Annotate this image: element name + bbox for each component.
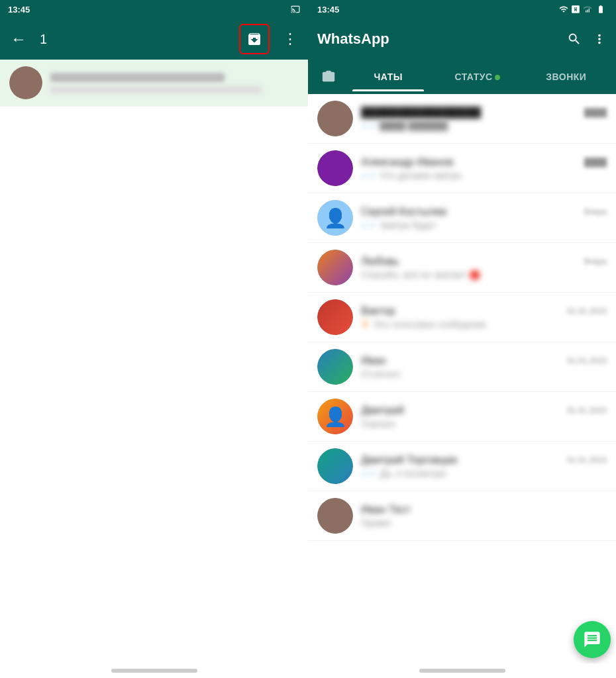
chat-time: 01.01.2023 [567,356,607,365]
search-icon[interactable] [567,32,582,46]
right-header: WhatsApp [308,19,616,60]
right-panel: 13:45 WhatsApp ЧА [308,0,616,678]
svg-rect-2 [586,11,586,13]
avatar-image [9,66,42,99]
msg-check-icon: ✓✓ [361,220,377,230]
chat-item[interactable]: Иван Тест Привет [308,491,616,541]
avatar: 👤 [317,399,353,434]
left-panel: 13:45 ← 1 ⋮ [0,0,308,678]
left-chat-item[interactable] [0,60,308,107]
chat-item[interactable]: Любовь Вчера Спасибо, всё не хватает 🔴 [308,243,616,293]
chat-time: Вчера [584,257,607,266]
msg-check-icon: ✓✓ [361,170,377,181]
avatar-image [317,498,353,534]
chat-item-info: Любовь Вчера Спасибо, всё не хватает 🔴 [361,256,607,280]
chat-item-top: Любовь Вчера [361,256,607,267]
chat-name: Иван [361,355,386,367]
chat-time: ████ [584,108,607,117]
chat-name: Александр Иванов [361,156,453,168]
tab-camera[interactable] [313,70,344,84]
chat-message: Привет [361,518,607,528]
chat-item-top: Иван Тест [361,504,607,516]
chat-name [50,73,225,82]
chat-name: Сергей Костылев [361,206,446,218]
avatar [317,299,353,335]
msg-mic-icon: 🎙 [361,319,370,330]
avatar [317,349,353,385]
avatar: 👤 [317,200,353,236]
tab-chats[interactable]: ЧАТЫ [344,62,433,91]
tabs-bar: ЧАТЫ СТАТУС ЗВОНКИ [308,60,616,94]
left-more-button[interactable]: ⋮ [278,25,303,53]
header-action-icons [567,32,607,46]
archive-button-highlight [239,24,270,54]
chat-item[interactable]: Дмитрий Торговцев 01.01.2023 ✓✓Да, я пос… [308,442,616,491]
avatar-image [317,101,353,136]
battery-icon [595,5,607,14]
left-time: 13:45 [8,5,30,15]
right-time: 13:45 [317,5,339,15]
chat-message: ✓✓Что делаем завтра [361,170,607,181]
chat-time: 01.01.2023 [567,406,607,415]
chat-name: Иван Тест [361,504,411,516]
wifi-icon [559,5,568,14]
svg-rect-1 [587,10,588,13]
chat-time: 01.01.2023 [567,456,607,465]
left-bottom-bar [111,669,197,673]
tab-calls[interactable]: ЗВОНКИ [522,62,611,91]
msg-check-icon: ✓✓ [361,121,377,131]
right-bottom-nav-bar [419,669,505,673]
svg-rect-0 [589,9,590,13]
left-empty-area [0,362,308,663]
avatar [317,250,353,285]
left-chat-list [0,60,308,362]
left-status-icons [291,5,300,14]
status-dot [495,75,500,80]
chat-item-info: Александр Иванов ████ ✓✓Что делаем завтр… [361,156,607,181]
chat-item[interactable]: Виктор 01.01.2023 🎙Это голосовое сообщен… [308,293,616,342]
chat-item-top: Дмитрий 01.01.2023 [361,405,607,416]
chat-item-info: Иван 01.01.2023 Отлично! [361,355,607,379]
chat-message: Отлично! [361,369,607,379]
back-button[interactable]: ← [5,24,32,54]
chat-item-top: Дмитрий Торговцев 01.01.2023 [361,454,607,466]
avatar [317,498,353,534]
chat-message: 🎙Это голосовое сообщение [361,319,607,330]
more-options-icon[interactable] [592,32,607,46]
chat-item[interactable]: Иван 01.01.2023 Отлично! [308,342,616,392]
left-status-bar: 13:45 [0,0,308,19]
chat-item-top: Сергей Костылев Вчера [361,206,607,218]
chat-name: Виктор [361,305,395,317]
app-title: WhatsApp [317,30,567,48]
chat-item[interactable]: 👤 Сергей Костылев Вчера ✓✓Завтра будет [308,193,616,243]
avatar-image [317,349,353,385]
chat-name: Любовь [361,256,399,267]
chat-item-top: Александр Иванов ████ [361,156,607,168]
right-status-icons [559,5,607,14]
chat-name: Дмитрий [361,405,404,416]
chat-item-top: Иван 01.01.2023 [361,355,607,367]
chat-item-info: Сергей Костылев Вчера ✓✓Завтра будет [361,206,607,230]
chat-item-info: Дмитрий 01.01.2023 Хорошо [361,405,607,429]
avatar-image: 👤 [317,200,353,236]
tab-status[interactable]: СТАТУС [433,62,521,91]
right-status-bar: 13:45 [308,0,616,19]
chat-time: 01.01.2023 [567,307,607,316]
archive-count-badge: 1 [40,32,47,47]
avatar-image [317,299,353,335]
chat-message: ✓✓Завтра будет [361,220,607,230]
left-chat-info [50,73,299,93]
avatar-image [317,150,353,186]
msg-check-icon: ✓✓ [361,468,377,479]
chat-item[interactable]: Александр Иванов ████ ✓✓Что делаем завтр… [308,144,616,193]
avatar [317,448,353,484]
chat-message [50,86,262,93]
archive-button[interactable] [242,27,266,51]
left-toolbar: ← 1 ⋮ [0,19,308,60]
chat-item-info: Виктор 01.01.2023 🎙Это голосовое сообщен… [361,305,607,330]
avatar [317,150,353,186]
new-chat-fab[interactable] [574,621,611,658]
chat-item[interactable]: ████████████████ ████ ✓✓████ ██████ [308,94,616,144]
chat-item[interactable]: 👤 Дмитрий 01.01.2023 Хорошо [308,392,616,442]
avatar [317,101,353,136]
